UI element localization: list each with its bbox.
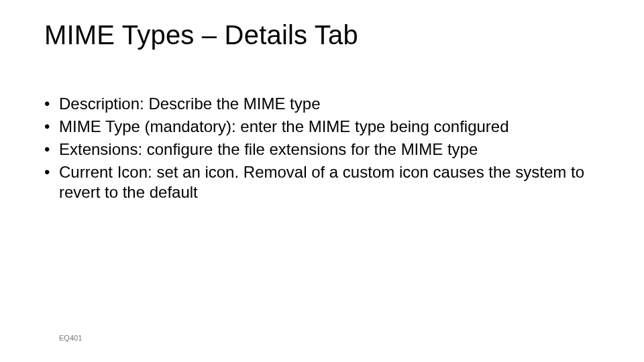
- page-title: MIME Types – Details Tab: [44, 20, 358, 50]
- footer-code: EQ401: [59, 334, 82, 342]
- body: Description: Describe the MIME type MIME…: [44, 94, 601, 205]
- slide: MIME Types – Details Tab Description: De…: [0, 0, 644, 362]
- bullet-item: MIME Type (mandatory): enter the MIME ty…: [44, 117, 601, 137]
- bullet-item: Extensions: configure the file extension…: [44, 139, 601, 160]
- bullet-item: Current Icon: set an icon. Removal of a …: [44, 162, 601, 202]
- bullet-list: Description: Describe the MIME type MIME…: [44, 94, 601, 202]
- bullet-item: Description: Describe the MIME type: [44, 94, 601, 114]
